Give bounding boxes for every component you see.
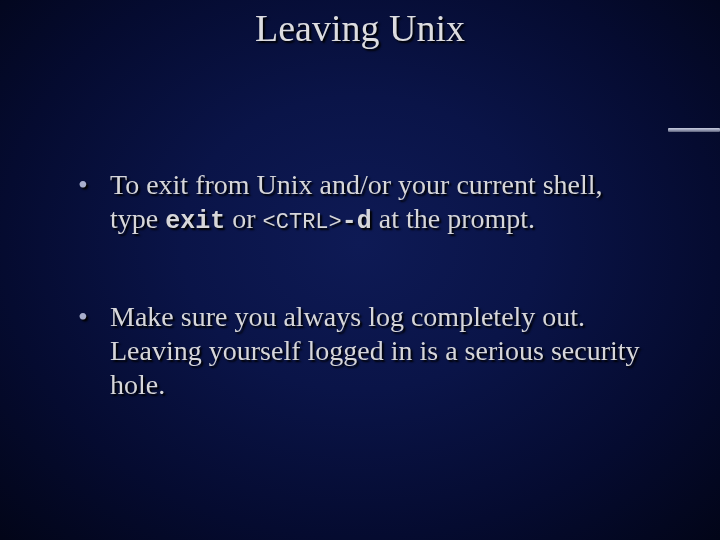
slide-body: To exit from Unix and/or your current sh… bbox=[0, 168, 720, 402]
code-exit: exit bbox=[165, 207, 225, 236]
code-d: -d bbox=[342, 207, 372, 236]
bullet-text: Make sure you always log completely out.… bbox=[110, 301, 640, 400]
bullet-text-fragment: or bbox=[225, 203, 262, 234]
accent-divider bbox=[668, 128, 720, 132]
bullet-item: Make sure you always log completely out.… bbox=[74, 300, 646, 402]
bullet-item: To exit from Unix and/or your current sh… bbox=[74, 168, 646, 238]
bullet-text-fragment: at the prompt. bbox=[372, 203, 535, 234]
slide-title: Leaving Unix bbox=[0, 0, 720, 50]
bullet-list: To exit from Unix and/or your current sh… bbox=[74, 168, 646, 402]
code-ctrl: <CTRL> bbox=[263, 210, 342, 235]
